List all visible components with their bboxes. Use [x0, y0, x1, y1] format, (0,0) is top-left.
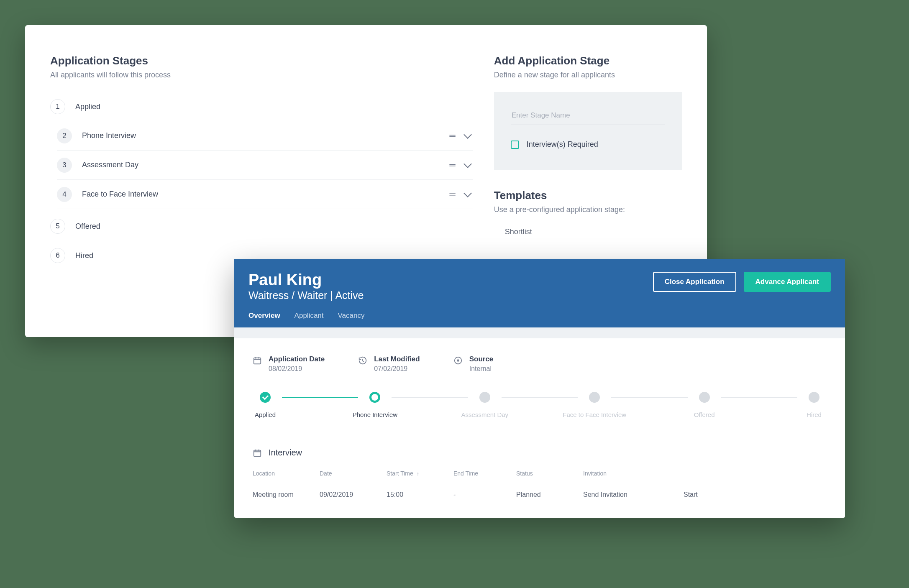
stage-row-face-to-face[interactable]: 4 Face to Face Interview ═	[57, 180, 473, 209]
chevron-down-icon[interactable]	[463, 160, 472, 168]
pipeline-label: Hired	[807, 411, 822, 418]
stage-row-offered[interactable]: 5 Offered	[50, 212, 473, 241]
pipeline-node-assessment[interactable]: Assessment Day	[472, 392, 497, 418]
add-stage-subtitle: Define a new stage for all applicants	[494, 71, 682, 79]
start-interview-link[interactable]: Start	[684, 491, 742, 499]
drag-handle-icon[interactable]: ═	[450, 131, 455, 141]
checkbox-label: Interview(s) Required	[527, 140, 598, 149]
pipeline-connector	[502, 397, 578, 398]
pipeline-label: Offered	[694, 411, 715, 418]
drag-handle-icon[interactable]: ═	[450, 160, 455, 170]
col-location[interactable]: Location	[253, 470, 320, 477]
stage-number: 5	[50, 219, 65, 234]
stage-label: Offered	[75, 222, 473, 231]
stage-number: 2	[57, 128, 72, 143]
col-end-time[interactable]: End Time	[453, 470, 516, 477]
pipeline-label: Face to Face Interview	[563, 411, 626, 418]
interview-table-header: Location Date Start Time↑ End Time Statu…	[253, 470, 827, 477]
cell-start: 15:00	[387, 491, 453, 499]
pipeline-label: Assessment Day	[461, 411, 509, 418]
checkbox-icon[interactable]	[511, 141, 519, 149]
current-circle-icon	[369, 392, 380, 403]
meta-label: Last Modified	[374, 355, 420, 363]
interview-required-row[interactable]: Interview(s) Required	[511, 140, 665, 149]
meta-value: 07/02/2019	[374, 365, 420, 373]
stage-label: Assessment Day	[82, 161, 450, 169]
stage-name-input[interactable]	[511, 109, 665, 125]
pending-circle-icon	[589, 392, 600, 403]
stage-row-phone-interview[interactable]: 2 Phone Interview ═	[57, 121, 473, 151]
applicant-role-status: Waitress / Waiter | Active	[248, 289, 364, 302]
stage-number: 3	[57, 158, 72, 173]
target-icon	[453, 356, 463, 365]
sortable-stage-group: 2 Phone Interview ═ 3 Assessment Day ═ 4…	[50, 121, 473, 209]
stages-title: Application Stages	[50, 54, 473, 67]
header-divider	[234, 327, 845, 338]
stage-number: 1	[50, 99, 65, 114]
templates-subtitle: Use a pre-configured application stage:	[494, 205, 682, 214]
cell-location: Meeting room	[253, 491, 320, 499]
add-stage-form: Interview(s) Required	[494, 92, 682, 170]
applicant-detail-card: Paul King Waitress / Waiter | Active Clo…	[234, 259, 845, 518]
check-circle-icon	[260, 392, 271, 403]
cell-end: -	[453, 491, 516, 499]
pipeline-node-face-to-face[interactable]: Face to Face Interview	[582, 392, 607, 418]
pipeline-connector	[392, 397, 468, 398]
stages-subtitle: All applicants will follow this process	[50, 71, 473, 79]
pipeline-connector	[721, 397, 797, 398]
pipeline-label: Applied	[255, 411, 276, 418]
tab-vacancy[interactable]: Vacancy	[338, 312, 365, 327]
stage-row-assessment-day[interactable]: 3 Assessment Day ═	[57, 151, 473, 180]
interview-section-header: Interview	[253, 447, 827, 458]
pending-circle-icon	[699, 392, 710, 403]
drag-handle-icon[interactable]: ═	[450, 189, 455, 199]
stage-label: Hired	[75, 251, 473, 260]
stage-number: 6	[50, 248, 65, 263]
stage-label: Face to Face Interview	[82, 190, 450, 199]
svg-rect-0	[254, 358, 261, 364]
cell-date: 09/02/2019	[320, 491, 387, 499]
advance-applicant-button[interactable]: Advance Applicant	[744, 272, 831, 292]
col-invitation[interactable]: Invitation	[583, 470, 684, 477]
applicant-name: Paul King	[248, 272, 364, 288]
pipeline-node-phone-interview[interactable]: Phone Interview	[362, 392, 387, 418]
meta-value: Internal	[469, 365, 494, 373]
add-stage-title: Add Application Stage	[494, 54, 682, 67]
pipeline-node-applied[interactable]: Applied	[253, 392, 278, 418]
template-item-shortlist[interactable]: Shortlist	[494, 221, 682, 236]
interview-table: Location Date Start Time↑ End Time Statu…	[253, 470, 827, 499]
chevron-down-icon[interactable]	[463, 130, 472, 139]
detail-tabs: Overview Applicant Vacancy	[248, 312, 831, 327]
calendar-icon	[253, 448, 262, 458]
pipeline-label: Phone Interview	[353, 411, 398, 418]
meta-label: Application Date	[269, 355, 325, 363]
chevron-down-icon[interactable]	[463, 189, 472, 197]
stage-label: Applied	[75, 102, 473, 111]
pipeline-connector	[282, 397, 358, 398]
applicant-header: Paul King Waitress / Waiter | Active Clo…	[234, 259, 845, 327]
tab-applicant[interactable]: Applicant	[294, 312, 324, 327]
col-date[interactable]: Date	[320, 470, 387, 477]
col-status[interactable]: Status	[516, 470, 583, 477]
svg-rect-3	[254, 450, 261, 457]
pipeline-node-offered[interactable]: Offered	[692, 392, 717, 418]
meta-source: Source Internal	[453, 355, 494, 373]
meta-value: 08/02/2019	[269, 365, 325, 373]
stage-number: 4	[57, 187, 72, 202]
cell-status: Planned	[516, 491, 583, 499]
pending-circle-icon	[809, 392, 819, 403]
meta-last-modified: Last Modified 07/02/2019	[358, 355, 420, 373]
col-start-label: Start Time	[387, 470, 413, 477]
tab-overview[interactable]: Overview	[248, 312, 280, 327]
interview-row: Meeting room 09/02/2019 15:00 - Planned …	[253, 491, 827, 499]
close-application-button[interactable]: Close Application	[653, 272, 736, 292]
templates-title: Templates	[494, 189, 682, 202]
col-start-time[interactable]: Start Time↑	[387, 470, 453, 477]
meta-row: Application Date 08/02/2019 Last Modifie…	[253, 355, 827, 373]
send-invitation-link[interactable]: Send Invitation	[583, 491, 684, 499]
pipeline-node-hired[interactable]: Hired	[801, 392, 827, 418]
stage-row-applied[interactable]: 1 Applied	[50, 92, 473, 121]
stage-label: Phone Interview	[82, 131, 450, 140]
meta-application-date: Application Date 08/02/2019	[253, 355, 325, 373]
applicant-body: Application Date 08/02/2019 Last Modifie…	[234, 338, 845, 518]
